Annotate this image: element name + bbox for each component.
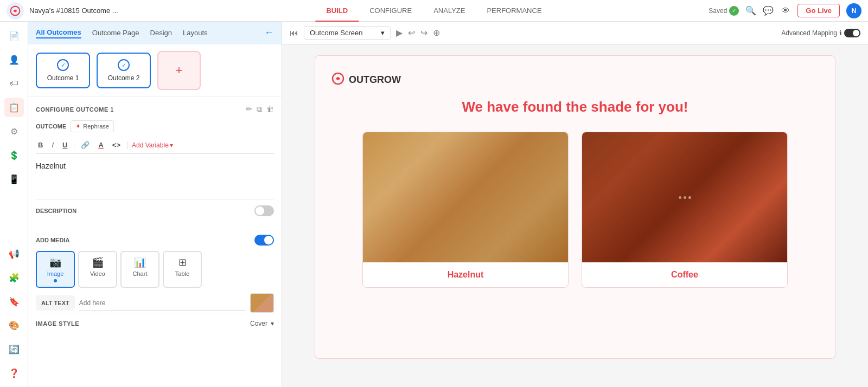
notification-icon[interactable]: 💬 [763,5,774,16]
description-row: DESCRIPTION [36,199,274,222]
add-media-toggle[interactable] [254,235,274,246]
media-tab-table[interactable]: ⊞ Table [163,251,202,288]
icon-help[interactable]: ❓ [4,363,24,383]
configure-title: CONFIGURE OUTCOME 1 [36,106,114,113]
media-tab-image[interactable]: 📷 Image [36,251,75,288]
top-nav-right: Saved ✓ 🔍 💬 👁 Go Live N [709,3,861,18]
image-style-row: IMAGE STYLE Cover ▾ [36,313,274,334]
go-live-button[interactable]: Go Live [797,4,840,17]
outcome-card-1[interactable]: ✓ Outcome 1 [36,53,90,88]
color-button[interactable]: A [96,140,105,150]
edit-icon[interactable]: ✏ [246,105,252,114]
preview-canvas: OUTGROW We have found the shade for you!… [282,44,868,387]
outcome-1-check-icon: ✓ [57,59,69,71]
hazelnut-image [363,132,568,262]
tab-all-outcomes[interactable]: All Outcomes [36,27,81,38]
text-toolbar: B I U 🔗 A <> Add Variable ▾ [36,137,274,154]
add-variable-label: Add Variable [132,141,169,149]
preview-logo-text: OUTGROW [349,74,401,86]
delete-icon[interactable]: 🗑 [266,105,274,114]
icon-outcomes[interactable]: 📄 [4,26,24,46]
add-variable-chevron-icon: ▾ [170,141,173,149]
image-tab-icon: 📷 [49,256,61,268]
image-style-selector[interactable]: Cover ▾ [250,320,274,327]
rephrase-label: Rephrase [83,123,109,130]
image-color-swatch[interactable] [250,293,274,313]
redo-icon[interactable]: ↪ [420,28,427,38]
accessibility-icon[interactable]: ⊕ [433,28,440,38]
tab-design[interactable]: Design [150,28,172,38]
add-outcome-icon: + [176,63,183,78]
preview-icon[interactable]: 👁 [780,5,791,16]
configure-actions: ✏ ⧉ 🗑 [246,105,274,114]
link-button[interactable]: 🔗 [79,140,92,150]
outcome-2-label: Outcome 2 [108,74,140,82]
tab-analyze[interactable]: ANALYZE [423,0,476,22]
icon-puzzle[interactable]: 🧩 [4,268,24,287]
next-screen-icon[interactable]: ▶ [396,28,403,38]
icon-megaphone[interactable]: 📢 [4,244,24,263]
video-tab-icon: 🎬 [92,256,104,268]
rephrase-icon: ✦ [75,122,81,130]
outcome-text-field[interactable]: Hazelnut [36,156,274,199]
icon-tablet[interactable]: 📱 [4,169,24,189]
tab-build[interactable]: BUILD [315,0,359,22]
preview-toolbar: ⏮ Outcome Screen ▾ ▶ ↩ ↪ ⊕ Advanced Mapp… [282,22,868,44]
add-media-toggle-knob [264,236,273,244]
back-arrow-icon[interactable]: ← [264,27,274,38]
undo-icon[interactable]: ↩ [408,28,415,38]
main-layout: 📄 👤 🏷 📋 ⚙ 💲 📱 📢 🧩 🔖 🎨 🔄 ❓ All Outcomes O… [0,22,868,387]
add-variable-button[interactable]: Add Variable ▾ [132,141,173,149]
prev-screen-icon[interactable]: ⏮ [290,28,298,38]
add-outcome-button[interactable]: + [157,51,201,90]
advanced-mapping-toggle[interactable] [844,29,860,37]
copy-icon[interactable]: ⧉ [257,105,262,114]
hazelnut-label: Hazelnut [363,262,568,287]
icon-refresh[interactable]: 🔄 [4,339,24,359]
tab-outcome-page[interactable]: Outcome Page [92,28,139,38]
italic-button[interactable]: I [49,140,56,150]
image-tab-indicator [54,279,57,282]
search-icon[interactable]: 🔍 [745,5,756,16]
media-tab-video[interactable]: 🎬 Video [78,251,117,288]
outcome-field-header: OUTCOME ✦ Rephrase [36,120,274,132]
bold-button[interactable]: B [36,140,45,150]
saved-badge: Saved ✓ [709,6,739,16]
rephrase-button[interactable]: ✦ Rephrase [71,120,114,132]
user-avatar[interactable]: N [846,3,861,18]
coffee-image [582,132,787,262]
add-media-section: ADD MEDIA 📷 Image 🎬 Video 📊 Ch [28,229,282,339]
table-tab-icon: ⊞ [178,256,187,268]
media-header: ADD MEDIA [36,229,274,251]
chart-tab-icon: 📊 [134,256,146,268]
icon-person[interactable]: 👤 [4,50,24,69]
top-nav: Navya's #10815 Outcome ... BUILD CONFIGU… [0,0,868,22]
tab-performance[interactable]: PERFORMANCE [476,0,552,22]
advanced-mapping-toggle-knob [853,30,859,36]
icon-settings[interactable]: ⚙ [4,121,24,141]
tab-layouts[interactable]: Layouts [183,28,208,38]
icon-dollar[interactable]: 💲 [4,145,24,165]
advanced-mapping-info-icon[interactable]: ℹ [839,29,842,37]
image-tab-label: Image [47,270,64,277]
preview-action-icons: ▶ ↩ ↪ ⊕ [396,28,440,38]
configure-outcome-section: CONFIGURE OUTCOME 1 ✏ ⧉ 🗑 OUTCOME ✦ Reph… [28,96,282,229]
video-tab-label: Video [90,270,105,277]
saved-check-icon: ✓ [729,6,739,16]
media-tab-chart[interactable]: 📊 Chart [120,251,159,288]
icon-document-active[interactable]: 📋 [4,98,24,117]
code-button[interactable]: <> [110,140,123,150]
underline-button[interactable]: U [60,140,69,150]
outcome-card-2[interactable]: ✓ Outcome 2 [97,53,151,88]
preview-nav-icons: ⏮ [290,28,298,38]
icon-brush[interactable]: 🎨 [4,315,24,335]
preview-heading: We have found the shade for you! [331,99,819,115]
alt-text-input[interactable] [79,296,246,311]
add-media-label: ADD MEDIA [36,237,69,243]
icon-label[interactable]: 🔖 [4,292,24,311]
configure-header: CONFIGURE OUTCOME 1 ✏ ⧉ 🗑 [36,105,274,114]
screen-selector[interactable]: Outcome Screen ▾ [304,26,391,40]
description-toggle[interactable] [254,205,274,216]
tab-configure[interactable]: CONFIGURE [359,0,423,22]
icon-tag[interactable]: 🏷 [4,74,24,93]
